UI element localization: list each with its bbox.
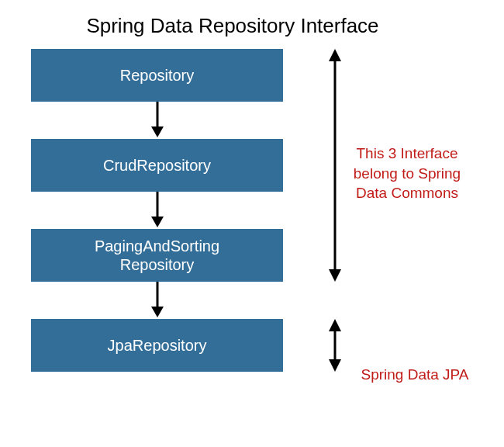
box-crud-repository-label: CrudRepository [103,156,211,175]
box-paging-sorting-repository: PagingAndSortingRepository [31,229,283,282]
annotation-jpa-label: Spring Data JPA [361,366,468,383]
svg-marker-11 [329,359,341,372]
box-paging-sorting-label-line2: Repository [95,255,219,274]
annotation-commons-line3: Data Commons [341,183,473,203]
arrow-down-icon [31,282,283,319]
box-repository-label: Repository [120,66,195,85]
svg-marker-1 [151,126,164,137]
arrow-down-icon [31,192,283,229]
svg-marker-8 [329,269,341,282]
annotation-jpa: Spring Data JPA [353,365,477,385]
arrow-down-icon [31,102,283,139]
box-crud-repository: CrudRepository [31,139,283,192]
double-arrow-jpa-icon [326,319,344,372]
box-repository: Repository [31,49,283,102]
box-jpa-repository-label: JpaRepository [108,336,207,355]
svg-marker-7 [329,49,341,61]
hierarchy-diagram: Repository CrudRepository PagingAndSorti… [31,49,465,372]
svg-marker-10 [329,319,341,331]
annotation-commons-line2: belong to Spring [341,164,473,184]
box-jpa-repository: JpaRepository [31,319,283,372]
svg-marker-3 [151,217,164,227]
svg-marker-5 [151,307,164,317]
diagram-title: Spring Data Repository Interface [31,0,434,49]
annotation-commons: This 3 Interface belong to Spring Data C… [341,144,473,203]
annotation-commons-line1: This 3 Interface [341,144,473,164]
box-paging-sorting-label-line1: PagingAndSorting [95,237,219,255]
